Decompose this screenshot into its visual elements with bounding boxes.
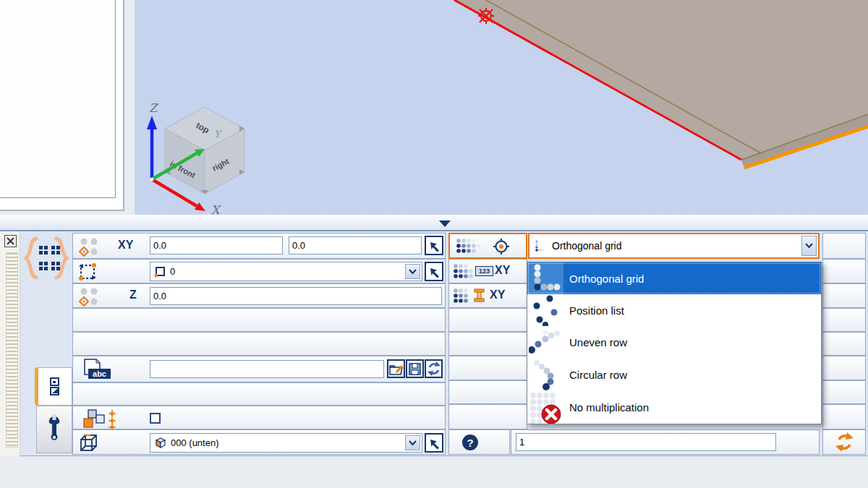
profile-grid-row[interactable]: XY: [448, 283, 527, 308]
empty-row: [72, 382, 446, 406]
multiplication-dropdown-button[interactable]: [801, 236, 817, 256]
circular-row-icon: [527, 359, 563, 392]
target-point-icon: [492, 237, 511, 256]
multiplication-selected-value: Orthogonal grid: [552, 240, 622, 252]
empty-row: [72, 308, 446, 332]
pick-arrow-icon: [427, 265, 441, 278]
close-icon: [7, 237, 14, 245]
sync-arrows-icon: [427, 361, 441, 376]
empty-row: [822, 308, 866, 332]
element-option-row: [72, 406, 446, 429]
pick-rotation-in-view-button[interactable]: [425, 262, 443, 281]
layer-value: 000 (unten): [171, 437, 219, 448]
empty-row: [448, 404, 527, 429]
layer-dropdown-button[interactable]: [405, 435, 420, 450]
rotation-angle-combobox[interactable]: 0: [150, 262, 422, 281]
snap-crosshair-icon: [478, 8, 494, 24]
empty-row: [822, 283, 866, 308]
empty-row: [72, 332, 446, 356]
orthogonal-grid-mini-icon: [534, 239, 545, 252]
empty-row: [822, 380, 866, 404]
tab-parameters[interactable]: [35, 367, 72, 406]
dropdown-option-position-list[interactable]: Position list: [527, 294, 821, 326]
empty-row: [822, 356, 866, 380]
dropdown-option-uneven-row[interactable]: Uneven row: [527, 327, 821, 359]
empty-row: [822, 404, 866, 429]
angle-icon: [154, 266, 166, 278]
help-cell: ?: [448, 429, 510, 455]
tab-tools[interactable]: [36, 406, 72, 453]
empty-row: [822, 233, 866, 259]
dropdown-option-label: Uneven row: [569, 336, 627, 348]
dropdown-option-circular-row[interactable]: Circular row: [527, 359, 821, 392]
dot-grid-icon: [452, 263, 474, 280]
dropdown-option-label: Orthogonal grid: [569, 273, 644, 285]
y-offset-input[interactable]: [289, 236, 422, 254]
save-icon: [408, 362, 422, 376]
layer-mini-cube-icon: [153, 437, 167, 449]
empty-row: [448, 380, 527, 404]
pick-xy-in-view-button[interactable]: [425, 236, 443, 255]
3d-viewport[interactable]: top in front right Y Z X: [135, 0, 868, 215]
close-panel-button[interactable]: [4, 235, 17, 247]
multiplication-dropdown-list: Orthogonal grid Position list Uneven r: [527, 262, 822, 424]
count-input[interactable]: [516, 433, 776, 451]
panel-grip-handle[interactable]: [6, 252, 18, 448]
rotation-angle-value: 0: [170, 266, 175, 277]
refresh-cell: [822, 429, 866, 455]
panel-separator[interactable]: [0, 215, 868, 230]
wrench-icon: [46, 414, 62, 445]
point-snap-icon: [79, 236, 101, 257]
rotation-dropdown-button[interactable]: [405, 264, 420, 279]
help-icon[interactable]: ?: [462, 435, 478, 450]
pick-layer-in-view-button[interactable]: [425, 433, 443, 453]
z-coordinate-row: Z: [72, 283, 446, 308]
pick-arrow-icon: [427, 239, 441, 252]
chevron-down-icon: [409, 440, 417, 446]
rotation-row: 0: [72, 259, 446, 283]
multiplication-mode-combobox[interactable]: Orthogonal grid: [528, 233, 820, 259]
collapse-panel-arrow-icon[interactable]: [439, 221, 451, 227]
exchange-favorite-button[interactable]: [425, 359, 443, 378]
name-row: abc: [72, 356, 446, 382]
z-label: Z: [129, 288, 137, 301]
dot-grid-icon: [452, 288, 474, 304]
layer-combobox[interactable]: 000 (unten): [150, 433, 422, 453]
chevron-down-icon: [409, 269, 417, 275]
rotation-icon: [77, 262, 98, 282]
dropdown-option-no-multiplication[interactable]: No multiplication: [527, 392, 821, 424]
z-offset-input[interactable]: [150, 287, 442, 305]
empty-row: [448, 308, 527, 332]
orthogonal-grid-icon: [527, 262, 563, 294]
grid-placement-row[interactable]: [448, 233, 527, 259]
name-input[interactable]: [150, 360, 384, 378]
status-area: [0, 456, 868, 488]
numbered-grid-row[interactable]: 123 XY: [448, 259, 527, 283]
xy-list-label: XY: [495, 264, 510, 277]
point-snap-icon: [79, 286, 101, 307]
xy-profile-label: XY: [490, 288, 505, 301]
xy-label: XY: [118, 239, 133, 252]
plan-view-canvas[interactable]: [0, 0, 116, 198]
multiplication-tool-icon: [20, 234, 72, 282]
xy-coordinate-row: XY: [72, 233, 446, 259]
dropdown-option-orthogonal-grid[interactable]: Orthogonal grid: [527, 262, 821, 294]
x-offset-input[interactable]: [150, 236, 283, 254]
position-list-icon: [527, 294, 563, 326]
empty-row: [448, 332, 527, 356]
abc-badge: abc: [93, 369, 106, 378]
layer-row: 000 (unten): [72, 429, 446, 455]
uneven-row-icon: [527, 327, 563, 359]
element-option-checkbox[interactable]: [150, 413, 161, 424]
dropdown-option-label: No multiplication: [569, 401, 649, 414]
load-favorite-button[interactable]: [387, 359, 405, 378]
refresh-preview-icon[interactable]: [835, 432, 854, 452]
name-label-icon: abc: [79, 359, 115, 380]
coordinate-list-badge: 123: [475, 266, 493, 276]
dropdown-option-label: Circular row: [569, 369, 627, 381]
element-group-icon: [77, 408, 119, 429]
save-favorite-button[interactable]: [406, 359, 424, 378]
no-multiplication-icon: [527, 392, 563, 424]
count-cell: [511, 429, 820, 455]
pick-arrow-icon: [427, 437, 441, 450]
